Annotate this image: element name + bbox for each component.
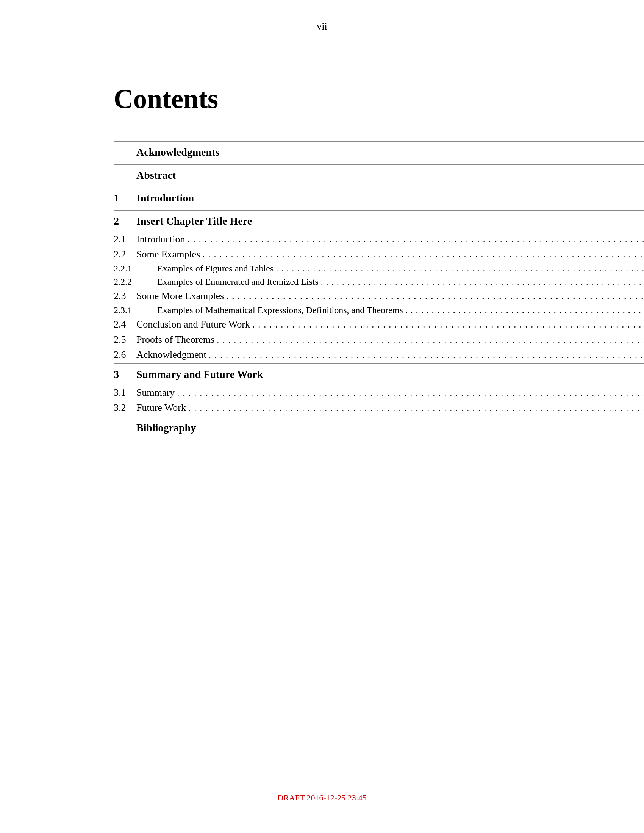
toc-row: 2.2Some Examples . . . . . . . . . . . .… xyxy=(114,247,644,262)
toc-title: Some More Examples xyxy=(136,290,224,302)
toc-title-cell: Bibliography xyxy=(136,417,644,439)
toc-dots: . . . . . . . . . . . . . . . . . . . . … xyxy=(188,234,644,245)
toc-title: Summary and Future Work xyxy=(136,368,263,381)
toc-row: 2Insert Chapter Title Here3 xyxy=(114,210,644,232)
toc-title-cell: Acknowledgments xyxy=(136,142,644,163)
toc-num: 2.4 xyxy=(114,317,136,332)
toc-title-cell: Examples of Figures and Tables . . . . .… xyxy=(136,262,644,275)
toc-title-cell: Summary and Future Work xyxy=(136,364,644,386)
toc-dots: . . . . . . . . . . . . . . . . . . . . … xyxy=(405,305,644,315)
toc-title: Summary xyxy=(136,387,175,398)
toc-title-cell: Examples of Enumerated and Itemized List… xyxy=(136,275,644,288)
toc-row: Bibliography16 xyxy=(114,417,644,439)
toc-title-cell: Insert Chapter Title Here xyxy=(136,210,644,232)
toc-row: 2.1Introduction . . . . . . . . . . . . … xyxy=(114,232,644,247)
toc-dots: . . . . . . . . . . . . . . . . . . . . … xyxy=(188,402,644,413)
toc-num xyxy=(114,164,136,186)
toc-num: 2 xyxy=(114,210,136,232)
toc-title: Examples of Enumerated and Itemized List… xyxy=(157,277,319,287)
toc-num: 2.2.2 xyxy=(114,275,136,288)
toc-num xyxy=(114,142,136,163)
toc-dots: . . . . . . . . . . . . . . . . . . . . … xyxy=(226,290,644,302)
toc-row: Acknowledgmentsiv xyxy=(114,142,644,163)
toc-row: 2.5Proofs of Theorems . . . . . . . . . … xyxy=(114,332,644,347)
page-number: vii xyxy=(317,21,327,32)
toc-title-cell: Some Examples . . . . . . . . . . . . . … xyxy=(136,247,644,262)
toc-dots: . . . . . . . . . . . . . . . . . . . . … xyxy=(321,277,644,287)
page-title: Contents xyxy=(114,83,530,115)
toc-title-cell: Proofs of Theorems . . . . . . . . . . .… xyxy=(136,332,644,347)
footer-draft: DRAFT 2016-12-25 23:45 xyxy=(277,793,367,803)
toc-num: 2.3.1 xyxy=(114,304,136,317)
toc-row: 3Summary and Future Work13 xyxy=(114,364,644,386)
toc-num: 2.5 xyxy=(114,332,136,347)
toc-title: Acknowledgment xyxy=(136,349,206,360)
toc-title-cell: Abstract xyxy=(136,164,644,186)
toc-title: Proofs of Theorems xyxy=(136,334,214,345)
toc-num: 2.2 xyxy=(114,247,136,262)
page: vii Contents AcknowledgmentsivAbstractv1… xyxy=(0,0,644,833)
toc-row: Abstractv xyxy=(114,164,644,186)
toc-title: Future Work xyxy=(136,402,186,413)
toc-title-cell: Examples of Mathematical Expressions, De… xyxy=(136,304,644,317)
toc-title: Introduction xyxy=(136,192,194,204)
toc-row: 2.3.1Examples of Mathematical Expression… xyxy=(114,304,644,317)
toc-row: 3.2Future Work . . . . . . . . . . . . .… xyxy=(114,400,644,415)
toc-num: 2.6 xyxy=(114,347,136,362)
toc-num: 2.3 xyxy=(114,288,136,304)
toc-dots: . . . . . . . . . . . . . . . . . . . . … xyxy=(252,319,644,330)
toc-row: 2.6Acknowledgment . . . . . . . . . . . … xyxy=(114,347,644,362)
toc-title-cell: Future Work . . . . . . . . . . . . . . … xyxy=(136,400,644,415)
toc-title: Insert Chapter Title Here xyxy=(136,215,252,227)
toc-dots: . . . . . . . . . . . . . . . . . . . . … xyxy=(276,264,644,274)
toc-title-cell: Introduction xyxy=(136,187,644,209)
toc-title: Bibliography xyxy=(136,422,196,434)
toc-title: Acknowledgments xyxy=(136,146,219,158)
toc-row: 2.3Some More Examples . . . . . . . . . … xyxy=(114,288,644,304)
toc-title-cell: Summary . . . . . . . . . . . . . . . . … xyxy=(136,385,644,400)
toc-title: Examples of Mathematical Expressions, De… xyxy=(157,305,403,315)
toc-table: AcknowledgmentsivAbstractv1Introduction1… xyxy=(114,141,644,439)
toc-dots: . . . . . . . . . . . . . . . . . . . . … xyxy=(217,334,644,345)
toc-title: Examples of Figures and Tables xyxy=(157,264,274,274)
toc-row: 2.2.2Examples of Enumerated and Itemized… xyxy=(114,275,644,288)
toc-num xyxy=(114,417,136,439)
toc-row: 2.4Conclusion and Future Work . . . . . … xyxy=(114,317,644,332)
toc-num: 2.1 xyxy=(114,232,136,247)
toc-num: 3.2 xyxy=(114,400,136,415)
toc-title: Some Examples xyxy=(136,249,200,260)
toc-dots: . . . . . . . . . . . . . . . . . . . . … xyxy=(177,387,644,398)
toc-num: 3 xyxy=(114,364,136,386)
toc-num: 3.1 xyxy=(114,385,136,400)
toc-row: 3.1Summary . . . . . . . . . . . . . . .… xyxy=(114,385,644,400)
toc-title: Introduction xyxy=(136,234,185,245)
toc-row: 1Introduction1 xyxy=(114,187,644,209)
content-area: Contents AcknowledgmentsivAbstractv1Intr… xyxy=(114,83,530,439)
toc-title-cell: Conclusion and Future Work . . . . . . .… xyxy=(136,317,644,332)
toc-num: 1 xyxy=(114,187,136,209)
toc-row: 2.2.1Examples of Figures and Tables . . … xyxy=(114,262,644,275)
toc-title: Abstract xyxy=(136,169,176,182)
toc-title-cell: Some More Examples . . . . . . . . . . .… xyxy=(136,288,644,304)
toc-title-cell: Introduction . . . . . . . . . . . . . .… xyxy=(136,232,644,247)
toc-title-cell: Acknowledgment . . . . . . . . . . . . .… xyxy=(136,347,644,362)
toc-title: Conclusion and Future Work xyxy=(136,319,250,330)
toc-dots: . . . . . . . . . . . . . . . . . . . . … xyxy=(209,349,644,360)
toc-dots: . . . . . . . . . . . . . . . . . . . . … xyxy=(202,249,644,260)
toc-num: 2.2.1 xyxy=(114,262,136,275)
